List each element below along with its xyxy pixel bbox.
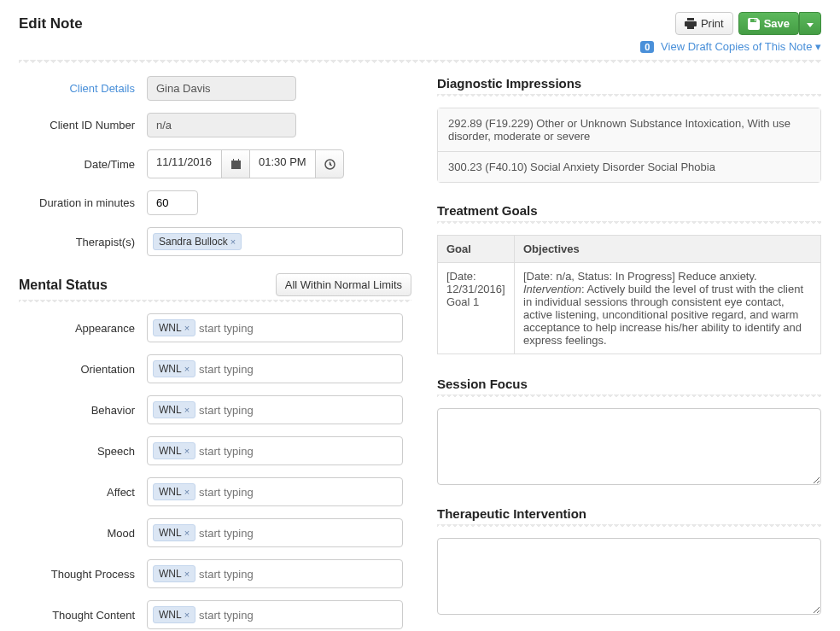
close-icon[interactable]: × (184, 323, 190, 333)
ms-input[interactable] (199, 527, 397, 540)
client-id-field: n/a (147, 113, 296, 137)
ms-taginput-2[interactable]: WNL× (147, 395, 403, 424)
ms-label: Thought Content (19, 609, 147, 622)
draft-count-badge: 0 (640, 41, 654, 53)
wnl-tag[interactable]: WNL× (153, 565, 195, 582)
tag-text: WNL (159, 609, 182, 621)
tag-text: WNL (159, 322, 182, 334)
divider (437, 524, 821, 528)
close-icon[interactable]: × (184, 487, 190, 497)
save-label: Save (764, 17, 790, 30)
diagnostic-item[interactable]: 300.23 (F40.10) Social Anxiety Disorder … (438, 152, 820, 182)
print-label: Print (701, 17, 724, 30)
goal-dateline: [Date: 12/31/2016] (446, 270, 505, 295)
save-icon (748, 18, 760, 30)
ms-taginput-1[interactable]: WNL× (147, 354, 403, 383)
therapist-taginput[interactable]: Sandra Bullock × (147, 227, 403, 256)
session-focus-title: Session Focus (437, 377, 821, 391)
tag-text: WNL (159, 363, 182, 375)
goals-title: Treatment Goals (437, 203, 821, 218)
date-input[interactable]: 11/11/2016 (147, 149, 222, 178)
close-icon[interactable]: × (184, 528, 190, 538)
divider (19, 300, 411, 303)
drafts-caret-icon[interactable]: ▾ (815, 40, 821, 53)
ms-input[interactable] (199, 609, 397, 622)
tag-text: WNL (159, 486, 182, 498)
close-icon[interactable]: × (184, 364, 190, 374)
ms-taginput-3[interactable]: WNL× (147, 436, 403, 465)
wnl-tag[interactable]: WNL× (153, 524, 195, 541)
diagnostic-item[interactable]: 292.89 (F19.229) Other or Unknown Substa… (438, 108, 820, 152)
client-id-label: Client ID Number (19, 119, 147, 131)
print-icon (685, 18, 697, 29)
page-title: Edit Note (19, 15, 83, 32)
goals-table: Goal Objectives [Date: 12/31/2016] Goal … (437, 235, 821, 354)
all-wnl-button[interactable]: All Within Normal Limits (276, 273, 411, 296)
calendar-button[interactable] (221, 149, 250, 178)
wnl-tag[interactable]: WNL× (153, 401, 195, 418)
objective-text: [Date: n/a, Status: In Progress] Reduce … (523, 270, 757, 283)
therapist-tag[interactable]: Sandra Bullock × (153, 233, 242, 250)
ms-label: Mood (19, 527, 147, 540)
ms-input[interactable] (199, 568, 397, 581)
ms-input[interactable] (199, 445, 397, 458)
ms-input[interactable] (199, 486, 397, 499)
view-drafts-link[interactable]: View Draft Copies of This Note (661, 40, 812, 53)
caret-down-icon (807, 23, 814, 27)
ms-taginput-5[interactable]: WNL× (147, 518, 403, 547)
client-name-field: Gina Davis (147, 76, 296, 101)
print-button[interactable]: Print (675, 12, 733, 35)
table-row: [Date: 12/31/2016] Goal 1 [Date: n/a, St… (438, 263, 821, 354)
save-button[interactable]: Save (738, 12, 799, 35)
close-icon[interactable]: × (230, 237, 236, 247)
goal-header: Goal (438, 236, 515, 263)
duration-input[interactable] (147, 190, 198, 215)
therapeutic-intervention-textarea[interactable] (437, 538, 821, 615)
ms-label: Affect (19, 486, 147, 499)
divider (19, 60, 821, 64)
diagnostic-title: Diagnostic Impressions (437, 76, 821, 91)
ms-label: Speech (19, 445, 147, 458)
wnl-tag[interactable]: WNL× (153, 483, 195, 500)
ms-input[interactable] (199, 363, 397, 376)
divider (437, 221, 821, 225)
ms-taginput-4[interactable]: WNL× (147, 477, 403, 506)
session-focus-textarea[interactable] (437, 408, 821, 485)
clock-icon (324, 159, 335, 170)
ms-label: Thought Process (19, 568, 147, 581)
close-icon[interactable]: × (184, 610, 190, 620)
wnl-tag[interactable]: WNL× (153, 442, 195, 459)
ms-input[interactable] (199, 322, 397, 335)
close-icon[interactable]: × (184, 569, 190, 579)
calendar-icon (230, 159, 242, 170)
divider (437, 394, 821, 398)
intervention-label: Intervention (523, 283, 581, 295)
save-dropdown-button[interactable] (799, 12, 821, 35)
duration-label: Duration in minutes (19, 196, 147, 209)
ms-label: Behavior (19, 404, 147, 417)
therapist-label: Therapist(s) (19, 236, 147, 248)
time-input[interactable]: 01:30 PM (249, 149, 316, 178)
ms-taginput-6[interactable]: WNL× (147, 559, 403, 588)
ms-label: Appearance (19, 322, 147, 335)
ms-taginput-7[interactable]: WNL× (147, 600, 403, 629)
tag-text: WNL (159, 404, 182, 416)
tag-text: Sandra Bullock (159, 236, 228, 248)
ms-taginput-0[interactable]: WNL× (147, 313, 403, 342)
ms-label: Orientation (19, 363, 147, 376)
tag-text: WNL (159, 527, 182, 539)
tag-text: WNL (159, 445, 182, 457)
wnl-tag[interactable]: WNL× (153, 319, 195, 336)
close-icon[interactable]: × (184, 405, 190, 415)
close-icon[interactable]: × (184, 446, 190, 456)
goal-name: Goal 1 (446, 295, 479, 308)
client-details-label[interactable]: Client Details (19, 82, 147, 95)
wnl-tag[interactable]: WNL× (153, 360, 195, 377)
datetime-label: Date/Time (19, 158, 147, 171)
ms-input[interactable] (199, 404, 397, 417)
tag-text: WNL (159, 568, 182, 580)
clock-button[interactable] (315, 149, 344, 178)
therapeutic-intervention-title: Therapeutic Intervention (437, 506, 821, 521)
mental-status-title: Mental Status (19, 278, 108, 293)
wnl-tag[interactable]: WNL× (153, 606, 195, 623)
